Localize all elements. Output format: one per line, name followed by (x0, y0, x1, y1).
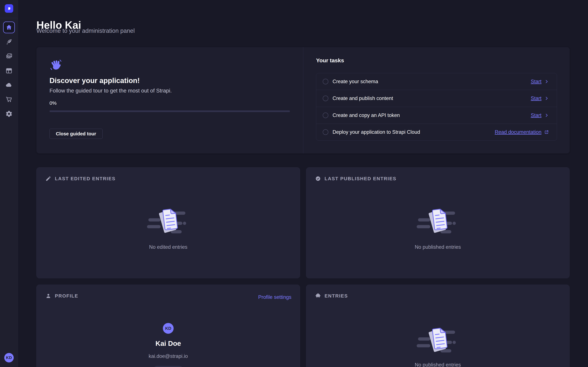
widget-header: ENTRIES (315, 293, 348, 299)
task-status-circle (323, 96, 328, 101)
task-label: Create your schema (333, 79, 531, 84)
sidebar-item-marketplace[interactable] (5, 96, 13, 103)
strapi-logo-icon (6, 6, 12, 11)
profile-email: kai.doe@strapi.io (37, 353, 300, 359)
empty-documents-illustration (147, 205, 190, 238)
close-guided-tour-button[interactable]: Close guided tour (50, 129, 103, 139)
task-start-link[interactable]: Start (531, 79, 549, 84)
feather-icon (5, 38, 13, 45)
page-subtitle: Welcome to your administration panel (36, 27, 135, 34)
task-label: Create and publish content (333, 95, 531, 101)
main-navigation-sidebar: KD (0, 0, 18, 367)
widget-title: ENTRIES (325, 293, 348, 299)
guided-tour-progress-label: 0% (50, 100, 57, 106)
profile-avatar: KD (163, 323, 174, 334)
widget-header: LAST EDITED ENTRIES (45, 176, 115, 182)
guided-tour-title: Discover your application! (50, 76, 140, 85)
entries-widget: ENTRIES No published entries (306, 285, 570, 367)
task-action-label: Read documentation (495, 129, 541, 135)
cart-icon (5, 96, 13, 103)
empty-documents-illustration (417, 205, 459, 238)
widget-header: PROFILE (45, 293, 78, 299)
sidebar-item-content-type-builder[interactable] (5, 67, 13, 74)
empty-state-label: No published entries (306, 244, 569, 250)
empty-state-label: No published entries (306, 362, 569, 367)
profile-widget: PROFILE Profile settings KD Kai Doe kai.… (36, 285, 300, 367)
chevron-right-icon (544, 96, 549, 101)
user-avatar[interactable]: KD (4, 353, 14, 362)
sidebar-item-home[interactable] (3, 22, 15, 33)
widget-title: LAST PUBLISHED ENTRIES (325, 176, 396, 181)
guided-tour-card: Discover your application! Follow the gu… (36, 47, 570, 153)
widget-header: LAST PUBLISHED ENTRIES (315, 176, 396, 182)
last-edited-entries-widget: LAST EDITED ENTRIES No edited entries (36, 167, 300, 278)
widget-title: LAST EDITED ENTRIES (55, 176, 115, 181)
images-icon (5, 52, 13, 60)
cloud-icon (5, 81, 13, 89)
task-action-label: Start (531, 95, 541, 101)
sidebar-item-settings[interactable] (5, 110, 13, 117)
task-status-circle (323, 79, 328, 84)
task-read-documentation-link[interactable]: Read documentation (495, 129, 549, 135)
task-action-label: Start (531, 79, 541, 84)
empty-documents-illustration (417, 325, 459, 357)
guided-tour-subtitle: Follow the guided tour to get the most o… (50, 88, 172, 94)
task-start-link[interactable]: Start (531, 112, 549, 118)
puzzle-icon (315, 293, 321, 299)
external-link-icon (544, 130, 549, 134)
profile-settings-link[interactable]: Profile settings (258, 294, 291, 300)
home-icon (6, 24, 12, 31)
sidebar-item-media-library[interactable] (5, 52, 13, 60)
person-icon (45, 293, 51, 299)
strapi-admin-dashboard: KD Hello Kai Welcome to your administrat… (0, 0, 588, 367)
task-start-link[interactable]: Start (531, 95, 549, 101)
strapi-logo[interactable] (5, 4, 13, 13)
layout-icon (5, 67, 13, 74)
task-row-deploy-cloud: Deploy your application to Strapi Cloud … (316, 124, 557, 141)
chevron-right-icon (544, 113, 549, 118)
profile-name: Kai Doe (37, 340, 300, 347)
guided-tour-progress-bar (50, 110, 290, 112)
task-status-circle (323, 113, 328, 118)
task-label: Deploy your application to Strapi Cloud (333, 129, 495, 135)
widget-title: PROFILE (55, 293, 78, 299)
sidebar-divider (0, 18, 18, 18)
profile-role-badge (153, 366, 184, 367)
waving-hand-icon (50, 58, 62, 71)
check-circle-icon (315, 176, 321, 182)
tasks-list: Create your schema Start Create and publ… (316, 73, 557, 141)
task-action-label: Start (531, 112, 541, 118)
chevron-right-icon (544, 79, 549, 84)
last-published-entries-widget: LAST PUBLISHED ENTRIES No published entr… (306, 167, 570, 278)
task-label: Create and copy an API token (333, 112, 531, 118)
task-row-create-schema: Create your schema Start (316, 73, 557, 90)
pencil-icon (45, 176, 51, 182)
empty-state-label: No edited entries (37, 244, 300, 250)
tasks-title: Your tasks (316, 57, 344, 64)
task-row-api-token: Create and copy an API token Start (316, 107, 557, 124)
task-row-publish-content: Create and publish content Start (316, 90, 557, 107)
sidebar-item-content-manager[interactable] (5, 38, 13, 45)
task-status-circle (323, 129, 328, 135)
gear-icon (5, 110, 13, 117)
sidebar-item-cloud[interactable] (5, 81, 13, 89)
